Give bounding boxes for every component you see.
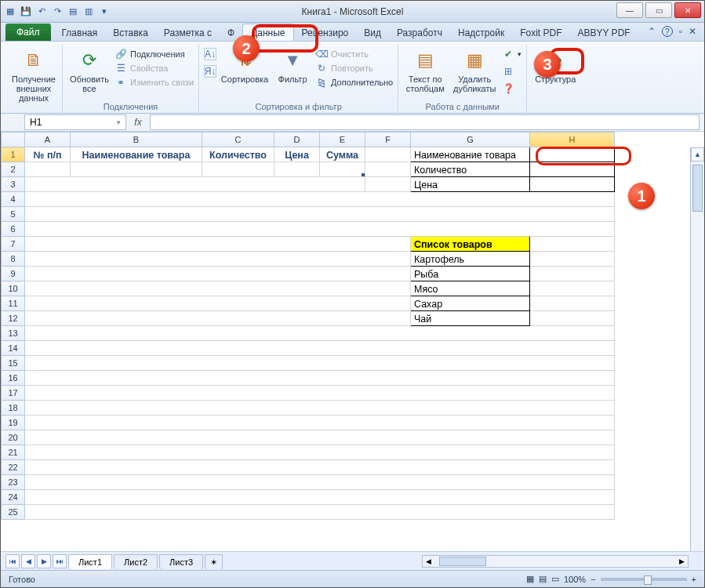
tab-review[interactable]: Рецензиро [294, 24, 357, 41]
formula-input[interactable] [150, 114, 700, 130]
row-6[interactable]: 6 [2, 222, 25, 237]
scroll-right-icon[interactable]: ▶ [676, 557, 688, 565]
cell-G9[interactable]: Рыба [411, 267, 529, 281]
sheet-nav-last[interactable]: ⏭ [53, 554, 67, 568]
select-all-corner[interactable] [2, 132, 25, 147]
row-2[interactable]: 2 [2, 162, 25, 177]
row-15[interactable]: 15 [2, 356, 25, 371]
row-1[interactable]: 1 [2, 147, 25, 162]
cell-D2[interactable] [274, 163, 319, 176]
fx-icon[interactable]: fx [126, 117, 150, 128]
row-24[interactable]: 24 [2, 490, 25, 505]
cell-F2[interactable] [365, 163, 410, 176]
tab-abbyy[interactable]: ABBYY PDF [569, 24, 638, 41]
cell-H1-selected[interactable] [530, 148, 614, 162]
col-F[interactable]: F [365, 132, 411, 147]
properties-button[interactable]: ☰Свойства [114, 62, 194, 74]
cell-G2[interactable]: Количество [411, 163, 529, 176]
advanced-filter-button[interactable]: ⧎Дополнительно [315, 76, 393, 89]
row-7[interactable]: 7 [2, 237, 25, 252]
cell-D1[interactable]: Цена [274, 148, 319, 162]
cell-A2[interactable] [25, 163, 70, 176]
cell-E1[interactable]: Сумма [320, 148, 365, 162]
scroll-up-icon[interactable]: ▲ [691, 147, 704, 162]
row-3[interactable]: 3 [2, 177, 25, 192]
minimize-ribbon-icon[interactable]: ⌃ [648, 26, 656, 37]
row-14[interactable]: 14 [2, 341, 25, 356]
row-10[interactable]: 10 [2, 281, 25, 296]
scroll-thumb[interactable] [692, 165, 703, 212]
sheet-tab-1[interactable]: Лист1 [68, 554, 112, 569]
cell-C2[interactable] [202, 163, 274, 176]
row-23[interactable]: 23 [2, 475, 25, 490]
row-19[interactable]: 19 [2, 416, 25, 430]
row-22[interactable]: 22 [2, 460, 25, 475]
cell-G10[interactable]: Мясо [411, 282, 529, 296]
get-external-data-button[interactable]: 🗎 Получение внешних данных [10, 46, 57, 104]
clear-filter-button[interactable]: ⌫Очистить [315, 48, 393, 60]
cell-H2[interactable] [530, 163, 614, 176]
close-button[interactable]: ✕ [674, 2, 701, 18]
view-normal-icon[interactable]: ▦ [526, 574, 534, 584]
zoom-slider[interactable] [601, 578, 687, 581]
cell-A1[interactable]: № п/п [25, 148, 70, 162]
cell-G7[interactable]: Список товаров [411, 238, 529, 251]
horizontal-scrollbar[interactable]: ◀ ▶ [422, 555, 689, 568]
col-A[interactable]: A [25, 132, 71, 147]
tab-foxit[interactable]: Foxit PDF [512, 24, 569, 41]
sheet-nav-first[interactable]: ⏮ [5, 554, 20, 568]
cell-G3[interactable]: Цена [411, 178, 529, 191]
remove-duplicates-button[interactable]: ▦ Удалить дубликаты [450, 46, 499, 95]
tab-home[interactable]: Главная [54, 24, 106, 41]
close-workbook-icon[interactable]: ✕ [689, 26, 696, 37]
row-11[interactable]: 11 [2, 296, 25, 311]
new-sheet-button[interactable]: ✶ [205, 554, 223, 570]
cell-F1[interactable] [365, 148, 410, 162]
hscroll-thumb[interactable] [439, 557, 486, 566]
cell-G8[interactable]: Картофель [411, 252, 529, 266]
connections-button[interactable]: 🔗Подключения [114, 48, 194, 60]
row-12[interactable]: 12 [2, 311, 25, 326]
what-if-button[interactable]: ❓ [502, 82, 521, 95]
spreadsheet-grid[interactable]: A B C D E F G H 1 № п/п Наименование тов… [1, 132, 704, 551]
edit-links-button[interactable]: ⚭Изменить связи [114, 76, 194, 89]
chevron-down-icon[interactable]: ▾ [117, 118, 121, 126]
col-H[interactable]: H [530, 132, 615, 147]
cell-H3[interactable] [530, 178, 614, 191]
reapply-button[interactable]: ↻Повторить [315, 62, 393, 74]
cell-E2[interactable] [320, 163, 365, 176]
fill-handle[interactable] [362, 173, 365, 177]
col-G[interactable]: G [411, 132, 530, 147]
tab-addins[interactable]: Надстройк [450, 24, 512, 41]
cell-G11[interactable]: Сахар [411, 297, 529, 310]
maximize-button[interactable]: ▭ [645, 2, 672, 18]
row-25[interactable]: 25 [2, 505, 25, 520]
cell-B1[interactable]: Наименование товара [71, 148, 202, 162]
col-C[interactable]: C [202, 132, 274, 147]
sort-az-button[interactable]: A↓ [204, 48, 216, 60]
view-layout-icon[interactable]: ▤ [539, 574, 547, 584]
tab-insert[interactable]: Вставка [105, 24, 156, 41]
vertical-scrollbar[interactable]: ▲ [690, 147, 704, 551]
zoom-in-button[interactable]: + [692, 575, 696, 584]
cell-G12[interactable]: Чай [411, 312, 529, 325]
text-to-columns-button[interactable]: ▤ Текст по столбцам [403, 46, 447, 95]
data-validation-button[interactable]: ✔▾ [502, 48, 521, 60]
sheet-tab-3[interactable]: Лист3 [159, 554, 203, 569]
restore-window-icon[interactable]: ▫ [679, 26, 682, 37]
row-9[interactable]: 9 [2, 267, 25, 281]
consolidate-button[interactable]: ⊞ [502, 65, 521, 78]
minimize-button[interactable]: — [616, 2, 643, 18]
col-B[interactable]: B [71, 132, 202, 147]
sort-za-button[interactable]: Я↓ [204, 65, 216, 78]
row-4[interactable]: 4 [2, 192, 25, 207]
row-20[interactable]: 20 [2, 430, 25, 445]
row-21[interactable]: 21 [2, 445, 25, 460]
refresh-all-button[interactable]: ⟳ Обновить все [67, 46, 111, 95]
zoom-level[interactable]: 100% [564, 575, 586, 584]
row-16[interactable]: 16 [2, 371, 25, 386]
name-box[interactable]: H1 ▾ [24, 114, 126, 130]
cell-G1[interactable]: Наименование товара [411, 148, 529, 162]
tab-file[interactable]: Файл [5, 24, 51, 41]
cell-C1[interactable]: Количество [202, 148, 274, 162]
